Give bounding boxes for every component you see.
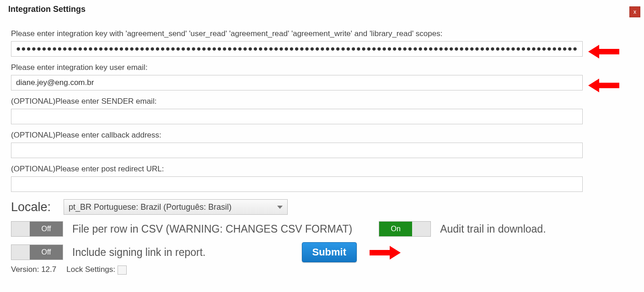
sender-email-label: (OPTIONAL)Please enter SENDER email: bbox=[11, 97, 633, 106]
arrow-annotation-icon bbox=[369, 248, 401, 257]
audit-trail-text: Audit trail in download. bbox=[440, 223, 546, 235]
user-email-label: Please enter integration key user email: bbox=[11, 63, 633, 72]
signing-link-toggle[interactable]: Off bbox=[11, 244, 63, 260]
locale-selected-value: pt_BR Portuguese: Brazil (Português: Bra… bbox=[69, 202, 231, 212]
post-redirect-input[interactable] bbox=[11, 176, 583, 192]
locale-select[interactable]: pt_BR Portuguese: Brazil (Português: Bra… bbox=[64, 199, 288, 215]
version-text: Version: 12.7 bbox=[11, 265, 56, 274]
signing-link-text: Include signing link in report. bbox=[72, 246, 206, 259]
callback-address-label: (OPTIONAL)Please enter callback address: bbox=[11, 131, 633, 140]
sender-email-input[interactable] bbox=[11, 109, 583, 124]
toggle-handle bbox=[11, 222, 30, 236]
callback-address-input[interactable] bbox=[11, 143, 583, 158]
locale-label: Locale: bbox=[11, 200, 51, 214]
integration-settings-window: Integration Settings x Please enter inte… bbox=[0, 0, 644, 292]
toggle-off-label: Off bbox=[30, 222, 63, 236]
file-per-row-toggle[interactable]: Off bbox=[11, 221, 63, 237]
toggle-handle bbox=[11, 245, 30, 260]
window-title: Integration Settings bbox=[8, 5, 86, 14]
post-redirect-label: (OPTIONAL)Please enter post redirect URL… bbox=[11, 165, 633, 174]
submit-button[interactable]: Submit bbox=[302, 242, 357, 262]
arrow-annotation-icon bbox=[588, 80, 620, 90]
audit-trail-toggle[interactable]: On bbox=[379, 221, 431, 237]
arrow-annotation-icon bbox=[588, 47, 620, 56]
lock-settings-label: Lock Settings: bbox=[66, 265, 115, 274]
close-icon: x bbox=[633, 9, 636, 15]
integration-key-label: Please enter integration key with 'agree… bbox=[11, 29, 633, 38]
file-per-row-text: File per row in CSV (WARNING: CHANGES CS… bbox=[72, 223, 352, 235]
toggle-off-label: Off bbox=[30, 245, 63, 260]
close-button[interactable]: x bbox=[629, 6, 640, 17]
integration-key-input[interactable] bbox=[11, 41, 583, 57]
toggle-on-label: On bbox=[379, 222, 412, 236]
toggle-handle bbox=[412, 222, 430, 236]
submit-label: Submit bbox=[312, 246, 347, 258]
user-email-input[interactable] bbox=[11, 75, 583, 90]
content-area: Please enter integration key with 'agree… bbox=[0, 18, 644, 275]
lock-settings-checkbox[interactable] bbox=[118, 265, 127, 275]
title-bar: Integration Settings bbox=[0, 0, 644, 18]
chevron-down-icon bbox=[277, 206, 283, 209]
